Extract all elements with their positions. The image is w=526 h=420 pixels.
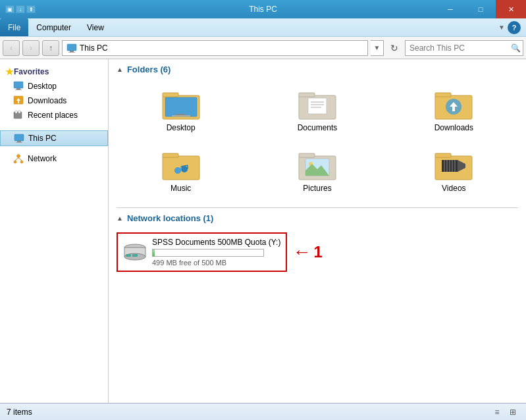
address-path[interactable]: This PC <box>62 40 368 56</box>
folders-arrow-icon: ▲ <box>117 66 123 73</box>
sidebar-item-network[interactable]: Network <box>0 151 108 166</box>
refresh-button[interactable]: ↻ <box>386 40 402 56</box>
help-button[interactable]: ? <box>508 21 521 34</box>
address-dropdown[interactable]: ▼ <box>371 40 384 56</box>
downloads-folder-icon <box>433 85 475 120</box>
folder-desktop[interactable]: Desktop <box>117 81 245 136</box>
network-label: Network <box>28 154 57 163</box>
folder-documents-label: Documents <box>298 123 338 132</box>
drive-free-space: 499 MB free of 500 MB <box>152 259 280 267</box>
content-area: ▲ Folders (6) Desktop <box>109 59 526 403</box>
music-folder-icon <box>160 145 202 181</box>
sidebar-item-desktop[interactable]: Desktop <box>0 79 108 93</box>
section-divider <box>117 207 518 208</box>
folder-downloads-label: Downloads <box>434 123 473 132</box>
close-button[interactable]: ✕ <box>496 0 526 18</box>
menu-computer[interactable]: Computer <box>28 18 79 36</box>
maximize-button[interactable]: □ <box>465 0 496 18</box>
search-input[interactable] <box>409 43 508 53</box>
title-bar: ▣ ↓ ⬆ This PC ─ □ ✕ <box>0 0 526 18</box>
svg-rect-4 <box>16 88 20 90</box>
folder-desktop-label: Desktop <box>167 123 196 132</box>
recent-places-icon <box>13 110 24 120</box>
folders-section-title: ▲ Folders (6) <box>117 65 518 74</box>
svg-point-15 <box>14 161 16 163</box>
drive-name: SPSS Documents 500MB Quota (Y:) <box>152 238 280 247</box>
status-bar: 7 items ≡ ⊞ <box>0 403 526 420</box>
red-arrow-icon: ← <box>292 242 311 263</box>
drive-progress-bar <box>152 249 264 257</box>
window-controls: ─ □ ✕ <box>435 0 526 18</box>
thispc-icon <box>14 133 24 144</box>
sidebar-favorites-header[interactable]: ★ Favorites <box>0 65 108 79</box>
svg-rect-31 <box>435 93 451 97</box>
sidebar: ★ Favorites Desktop Downloads <box>0 59 109 403</box>
svg-point-37 <box>181 166 188 172</box>
drive-icon <box>123 242 147 262</box>
folder-music[interactable]: Music <box>117 142 245 197</box>
svg-rect-1 <box>70 51 74 52</box>
svg-rect-2 <box>68 52 75 53</box>
drive-progress-fill <box>153 249 155 256</box>
svg-rect-13 <box>16 142 22 143</box>
svg-rect-35 <box>163 153 178 157</box>
arrow-annotation: ← 1 <box>292 242 322 263</box>
videos-folder-icon <box>433 145 475 181</box>
svg-rect-20 <box>163 93 178 97</box>
window-title: This PC <box>249 5 277 14</box>
sidebar-item-downloads[interactable]: Downloads <box>0 93 108 108</box>
thispc-label: This PC <box>28 134 57 143</box>
network-section-title: ▲ Network locations (1) <box>117 213 518 223</box>
view-tiles-button[interactable]: ⊞ <box>506 406 519 418</box>
svg-rect-42 <box>299 153 315 157</box>
svg-rect-9 <box>15 111 17 113</box>
menu-chevron-icon[interactable]: ▼ <box>498 24 505 31</box>
menu-bar: File Computer View ▼ ? <box>0 18 526 37</box>
tb-icon-1: ▣ <box>5 5 14 13</box>
minimize-button[interactable]: ─ <box>435 0 465 18</box>
sidebar-item-thispc[interactable]: This PC <box>0 130 108 146</box>
sidebar-recent-label: Recent places <box>28 111 78 120</box>
pictures-folder-icon <box>296 145 338 181</box>
sidebar-favorites-section: ★ Favorites Desktop Downloads <box>0 65 108 122</box>
search-icon[interactable]: 🔍 <box>511 43 521 53</box>
tb-icon-2: ↓ <box>16 5 25 13</box>
window-icons: ▣ ↓ ⬆ <box>5 5 36 13</box>
search-box: 🔍 <box>405 40 523 56</box>
menu-file[interactable]: File <box>0 18 28 36</box>
svg-rect-26 <box>308 98 327 114</box>
svg-rect-59 <box>132 254 138 257</box>
sidebar-downloads-label: Downloads <box>28 96 66 105</box>
menu-view[interactable]: View <box>79 18 112 36</box>
svg-rect-23 <box>172 115 190 117</box>
sidebar-desktop-label: Desktop <box>28 82 57 91</box>
svg-line-17 <box>15 158 18 161</box>
view-details-button[interactable]: ≡ <box>490 406 504 418</box>
svg-rect-25 <box>299 93 315 97</box>
items-count: 7 items <box>7 407 32 417</box>
folder-documents[interactable]: Documents <box>253 81 381 136</box>
network-title-text: Network locations (1) <box>127 213 213 223</box>
forward-button[interactable]: › <box>22 40 39 56</box>
sidebar-item-recent[interactable]: Recent places <box>0 108 108 122</box>
annotation-number: 1 <box>313 243 322 261</box>
svg-rect-3 <box>14 82 23 88</box>
svg-rect-11 <box>14 134 24 141</box>
network-icon <box>13 153 24 164</box>
star-icon: ★ <box>5 66 14 77</box>
svg-rect-12 <box>17 141 21 142</box>
tb-icon-3: ⬆ <box>26 5 36 13</box>
up-button[interactable]: ↑ <box>42 40 59 56</box>
folder-pictures[interactable]: Pictures <box>253 142 381 197</box>
svg-rect-58 <box>126 254 131 257</box>
downloads-icon <box>13 95 24 106</box>
back-button[interactable]: ‹ <box>3 40 20 56</box>
svg-rect-5 <box>15 90 22 90</box>
folder-videos[interactable]: Videos <box>390 142 518 197</box>
network-item-row: SPSS Documents 500MB Quota (Y:) 499 MB f… <box>117 230 518 275</box>
favorites-label: Favorites <box>14 67 49 76</box>
main-content: ★ Favorites Desktop Downloads <box>0 59 526 403</box>
network-drive-item[interactable]: SPSS Documents 500MB Quota (Y:) 499 MB f… <box>117 232 287 272</box>
this-pc-icon <box>66 43 77 53</box>
folder-downloads[interactable]: Downloads <box>390 81 518 136</box>
